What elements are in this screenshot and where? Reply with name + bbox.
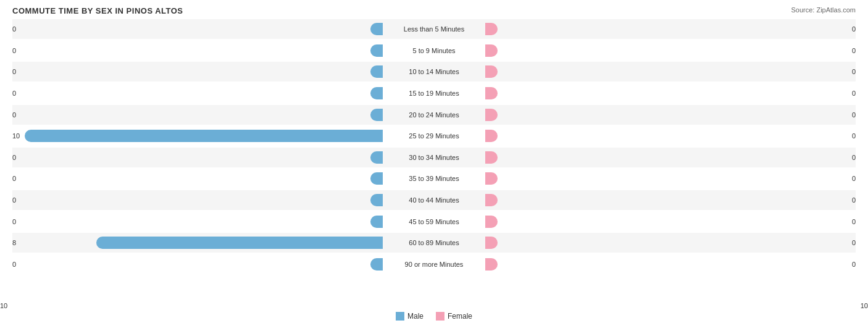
female-bar bbox=[485, 87, 498, 99]
female-bar bbox=[485, 258, 498, 271]
row-label: 15 to 19 Minutes bbox=[383, 90, 485, 97]
male-bar bbox=[370, 44, 383, 57]
female-bar bbox=[485, 172, 498, 185]
male-swatch bbox=[396, 312, 404, 321]
legend: Male Female bbox=[0, 312, 868, 321]
legend-male: Male bbox=[396, 312, 424, 321]
male-label: Male bbox=[407, 312, 424, 321]
right-section: 0 bbox=[485, 212, 856, 232]
male-bar bbox=[370, 109, 383, 121]
female-value: 0 bbox=[852, 132, 856, 140]
female-value: 0 bbox=[852, 196, 856, 204]
female-bar bbox=[485, 151, 498, 164]
male-value: 0 bbox=[12, 68, 16, 75]
female-value: 0 bbox=[852, 90, 856, 97]
bar-row: 0 30 to 34 Minutes 0 bbox=[12, 148, 856, 167]
chart-container: COMMUTE TIME BY SEX IN PINOS ALTOS Sourc… bbox=[0, 0, 868, 323]
male-bar bbox=[25, 130, 383, 142]
male-value: 10 bbox=[12, 132, 20, 140]
female-bar bbox=[485, 109, 498, 121]
row-label: 90 or more Minutes bbox=[383, 261, 485, 268]
left-section: 0 bbox=[12, 254, 383, 274]
left-section: 0 bbox=[12, 148, 383, 167]
right-section: 0 bbox=[485, 19, 856, 39]
left-section: 0 bbox=[12, 190, 383, 210]
male-bar bbox=[370, 87, 383, 99]
row-label: 45 to 59 Minutes bbox=[383, 218, 485, 225]
male-bar bbox=[370, 194, 383, 206]
bar-row: 0 5 to 9 Minutes 0 bbox=[12, 41, 856, 61]
axis-bottom: 10 10 bbox=[0, 302, 868, 309]
female-value: 0 bbox=[852, 239, 856, 246]
bar-row: 0 10 to 14 Minutes 0 bbox=[12, 62, 856, 82]
female-value: 0 bbox=[852, 154, 856, 161]
left-section: 0 bbox=[12, 19, 383, 39]
female-bar bbox=[485, 237, 498, 249]
row-label: 40 to 44 Minutes bbox=[383, 196, 485, 204]
right-section: 0 bbox=[485, 83, 856, 103]
left-section: 0 bbox=[12, 62, 383, 82]
left-section: 0 bbox=[12, 83, 383, 103]
female-bar bbox=[485, 194, 498, 206]
source-text: Source: ZipAtlas.com bbox=[791, 6, 856, 14]
legend-female: Female bbox=[436, 312, 472, 321]
left-section: 0 bbox=[12, 41, 383, 61]
right-section: 0 bbox=[485, 233, 856, 253]
bar-row: 0 15 to 19 Minutes 0 bbox=[12, 83, 856, 103]
female-bar bbox=[485, 130, 498, 142]
row-label: 30 to 34 Minutes bbox=[383, 154, 485, 161]
right-section: 0 bbox=[485, 169, 856, 188]
row-label: 25 to 29 Minutes bbox=[383, 132, 485, 140]
bar-row: 0 90 or more Minutes 0 bbox=[12, 254, 856, 274]
bar-row: 8 60 to 89 Minutes 0 bbox=[12, 233, 856, 253]
male-value: 0 bbox=[12, 196, 16, 204]
chart-title: COMMUTE TIME BY SEX IN PINOS ALTOS bbox=[12, 6, 856, 15]
male-value: 0 bbox=[12, 111, 16, 119]
axis-right-label: 10 bbox=[861, 302, 868, 309]
row-label: 20 to 24 Minutes bbox=[383, 111, 485, 119]
bar-row: 0 Less than 5 Minutes 0 bbox=[12, 19, 856, 39]
female-label: Female bbox=[448, 312, 472, 321]
male-value: 0 bbox=[12, 47, 16, 54]
female-value: 0 bbox=[852, 68, 856, 75]
bottom-area: 10 10 Male Female bbox=[0, 300, 868, 323]
row-label: 5 to 9 Minutes bbox=[383, 47, 485, 54]
female-bar bbox=[485, 65, 498, 78]
female-bar bbox=[485, 216, 498, 228]
bar-row: 0 35 to 39 Minutes 0 bbox=[12, 169, 856, 188]
male-value: 0 bbox=[12, 218, 16, 225]
male-bar bbox=[370, 151, 383, 164]
male-value: 0 bbox=[12, 154, 16, 161]
bar-row: 0 45 to 59 Minutes 0 bbox=[12, 212, 856, 232]
right-section: 0 bbox=[485, 148, 856, 167]
female-value: 0 bbox=[852, 47, 856, 54]
female-swatch bbox=[436, 312, 444, 321]
female-value: 0 bbox=[852, 25, 856, 33]
male-bar bbox=[370, 172, 383, 185]
female-bar bbox=[485, 44, 498, 57]
male-value: 0 bbox=[12, 25, 16, 33]
right-section: 0 bbox=[485, 126, 856, 146]
bar-row: 0 20 to 24 Minutes 0 bbox=[12, 105, 856, 125]
right-section: 0 bbox=[485, 41, 856, 61]
right-section: 0 bbox=[485, 254, 856, 274]
row-label: Less than 5 Minutes bbox=[383, 25, 485, 33]
axis-left-label: 10 bbox=[0, 302, 7, 309]
left-section: 0 bbox=[12, 169, 383, 188]
left-section: 0 bbox=[12, 212, 383, 232]
row-label: 35 to 39 Minutes bbox=[383, 175, 485, 182]
female-value: 0 bbox=[852, 218, 856, 225]
bar-row: 10 25 to 29 Minutes 0 bbox=[12, 126, 856, 146]
male-value: 0 bbox=[12, 175, 16, 182]
male-value: 0 bbox=[12, 261, 16, 268]
left-section: 8 bbox=[12, 233, 383, 253]
female-value: 0 bbox=[852, 175, 856, 182]
female-bar bbox=[485, 23, 498, 35]
right-section: 0 bbox=[485, 105, 856, 125]
female-value: 0 bbox=[852, 261, 856, 268]
male-bar bbox=[370, 216, 383, 228]
male-bar bbox=[370, 258, 383, 271]
left-section: 0 bbox=[12, 105, 383, 125]
male-value: 8 bbox=[12, 239, 16, 246]
chart-area: 0 Less than 5 Minutes 0 0 5 to 9 Minutes… bbox=[12, 19, 856, 274]
